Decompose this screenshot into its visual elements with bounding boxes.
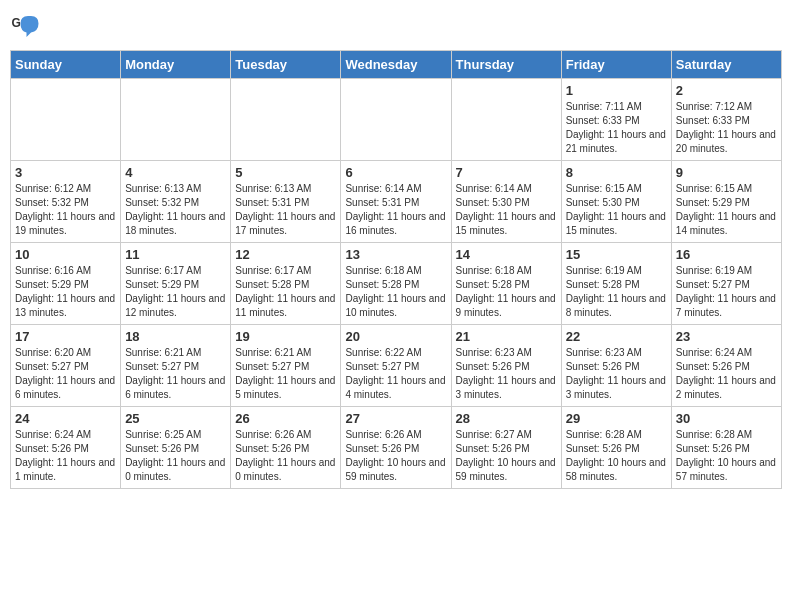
day-info: Sunrise: 6:15 AMSunset: 5:29 PMDaylight:… (676, 182, 777, 238)
day-info: Sunrise: 7:12 AMSunset: 6:33 PMDaylight:… (676, 100, 777, 156)
calendar-cell: 30Sunrise: 6:28 AMSunset: 5:26 PMDayligh… (671, 407, 781, 489)
day-number: 21 (456, 329, 557, 344)
calendar-header: SundayMondayTuesdayWednesdayThursdayFrid… (11, 51, 782, 79)
calendar-cell: 18Sunrise: 6:21 AMSunset: 5:27 PMDayligh… (121, 325, 231, 407)
day-info: Sunrise: 6:21 AMSunset: 5:27 PMDaylight:… (235, 346, 336, 402)
day-info: Sunrise: 6:15 AMSunset: 5:30 PMDaylight:… (566, 182, 667, 238)
day-number: 11 (125, 247, 226, 262)
weekday-header-tuesday: Tuesday (231, 51, 341, 79)
calendar-cell: 3Sunrise: 6:12 AMSunset: 5:32 PMDaylight… (11, 161, 121, 243)
calendar-cell: 6Sunrise: 6:14 AMSunset: 5:31 PMDaylight… (341, 161, 451, 243)
calendar-cell (231, 79, 341, 161)
weekday-header-saturday: Saturday (671, 51, 781, 79)
day-number: 17 (15, 329, 116, 344)
day-info: Sunrise: 6:23 AMSunset: 5:26 PMDaylight:… (456, 346, 557, 402)
calendar-cell: 24Sunrise: 6:24 AMSunset: 5:26 PMDayligh… (11, 407, 121, 489)
day-info: Sunrise: 6:28 AMSunset: 5:26 PMDaylight:… (566, 428, 667, 484)
calendar-cell: 28Sunrise: 6:27 AMSunset: 5:26 PMDayligh… (451, 407, 561, 489)
day-info: Sunrise: 6:17 AMSunset: 5:29 PMDaylight:… (125, 264, 226, 320)
logo: Gen (10, 10, 44, 40)
calendar-cell: 5Sunrise: 6:13 AMSunset: 5:31 PMDaylight… (231, 161, 341, 243)
day-number: 8 (566, 165, 667, 180)
day-info: Sunrise: 6:28 AMSunset: 5:26 PMDaylight:… (676, 428, 777, 484)
day-number: 14 (456, 247, 557, 262)
calendar-cell: 23Sunrise: 6:24 AMSunset: 5:26 PMDayligh… (671, 325, 781, 407)
day-info: Sunrise: 6:20 AMSunset: 5:27 PMDaylight:… (15, 346, 116, 402)
day-number: 22 (566, 329, 667, 344)
calendar-cell: 19Sunrise: 6:21 AMSunset: 5:27 PMDayligh… (231, 325, 341, 407)
calendar-cell: 4Sunrise: 6:13 AMSunset: 5:32 PMDaylight… (121, 161, 231, 243)
day-info: Sunrise: 6:23 AMSunset: 5:26 PMDaylight:… (566, 346, 667, 402)
day-number: 12 (235, 247, 336, 262)
calendar-cell: 13Sunrise: 6:18 AMSunset: 5:28 PMDayligh… (341, 243, 451, 325)
weekday-header-wednesday: Wednesday (341, 51, 451, 79)
calendar-cell (121, 79, 231, 161)
calendar-cell: 26Sunrise: 6:26 AMSunset: 5:26 PMDayligh… (231, 407, 341, 489)
day-number: 16 (676, 247, 777, 262)
day-number: 30 (676, 411, 777, 426)
calendar-cell: 25Sunrise: 6:25 AMSunset: 5:26 PMDayligh… (121, 407, 231, 489)
day-number: 13 (345, 247, 446, 262)
calendar-body: 1Sunrise: 7:11 AMSunset: 6:33 PMDaylight… (11, 79, 782, 489)
day-info: Sunrise: 6:21 AMSunset: 5:27 PMDaylight:… (125, 346, 226, 402)
calendar-cell: 22Sunrise: 6:23 AMSunset: 5:26 PMDayligh… (561, 325, 671, 407)
weekday-header-friday: Friday (561, 51, 671, 79)
weekday-header-sunday: Sunday (11, 51, 121, 79)
day-number: 19 (235, 329, 336, 344)
calendar-cell (11, 79, 121, 161)
day-number: 27 (345, 411, 446, 426)
weekday-header-monday: Monday (121, 51, 231, 79)
day-number: 18 (125, 329, 226, 344)
day-number: 4 (125, 165, 226, 180)
calendar-cell: 15Sunrise: 6:19 AMSunset: 5:28 PMDayligh… (561, 243, 671, 325)
day-number: 15 (566, 247, 667, 262)
calendar-cell: 17Sunrise: 6:20 AMSunset: 5:27 PMDayligh… (11, 325, 121, 407)
day-number: 26 (235, 411, 336, 426)
calendar-cell: 21Sunrise: 6:23 AMSunset: 5:26 PMDayligh… (451, 325, 561, 407)
day-number: 10 (15, 247, 116, 262)
page-header: Gen (10, 10, 782, 40)
day-info: Sunrise: 6:18 AMSunset: 5:28 PMDaylight:… (456, 264, 557, 320)
day-info: Sunrise: 6:24 AMSunset: 5:26 PMDaylight:… (15, 428, 116, 484)
day-info: Sunrise: 6:13 AMSunset: 5:31 PMDaylight:… (235, 182, 336, 238)
calendar-cell (341, 79, 451, 161)
day-info: Sunrise: 6:19 AMSunset: 5:28 PMDaylight:… (566, 264, 667, 320)
calendar-cell: 27Sunrise: 6:26 AMSunset: 5:26 PMDayligh… (341, 407, 451, 489)
day-info: Sunrise: 6:14 AMSunset: 5:31 PMDaylight:… (345, 182, 446, 238)
calendar-cell: 1Sunrise: 7:11 AMSunset: 6:33 PMDaylight… (561, 79, 671, 161)
calendar-cell: 14Sunrise: 6:18 AMSunset: 5:28 PMDayligh… (451, 243, 561, 325)
day-info: Sunrise: 6:26 AMSunset: 5:26 PMDaylight:… (235, 428, 336, 484)
day-info: Sunrise: 6:18 AMSunset: 5:28 PMDaylight:… (345, 264, 446, 320)
day-number: 29 (566, 411, 667, 426)
day-info: Sunrise: 6:24 AMSunset: 5:26 PMDaylight:… (676, 346, 777, 402)
day-info: Sunrise: 6:16 AMSunset: 5:29 PMDaylight:… (15, 264, 116, 320)
calendar-cell: 10Sunrise: 6:16 AMSunset: 5:29 PMDayligh… (11, 243, 121, 325)
day-info: Sunrise: 6:17 AMSunset: 5:28 PMDaylight:… (235, 264, 336, 320)
calendar-week-5: 24Sunrise: 6:24 AMSunset: 5:26 PMDayligh… (11, 407, 782, 489)
day-info: Sunrise: 6:27 AMSunset: 5:26 PMDaylight:… (456, 428, 557, 484)
weekday-row: SundayMondayTuesdayWednesdayThursdayFrid… (11, 51, 782, 79)
calendar-cell: 9Sunrise: 6:15 AMSunset: 5:29 PMDaylight… (671, 161, 781, 243)
calendar-cell: 29Sunrise: 6:28 AMSunset: 5:26 PMDayligh… (561, 407, 671, 489)
calendar-cell: 20Sunrise: 6:22 AMSunset: 5:27 PMDayligh… (341, 325, 451, 407)
day-number: 2 (676, 83, 777, 98)
day-info: Sunrise: 7:11 AMSunset: 6:33 PMDaylight:… (566, 100, 667, 156)
calendar-cell: 12Sunrise: 6:17 AMSunset: 5:28 PMDayligh… (231, 243, 341, 325)
day-number: 5 (235, 165, 336, 180)
day-number: 9 (676, 165, 777, 180)
calendar-cell (451, 79, 561, 161)
calendar-cell: 8Sunrise: 6:15 AMSunset: 5:30 PMDaylight… (561, 161, 671, 243)
calendar-week-4: 17Sunrise: 6:20 AMSunset: 5:27 PMDayligh… (11, 325, 782, 407)
calendar-week-1: 1Sunrise: 7:11 AMSunset: 6:33 PMDaylight… (11, 79, 782, 161)
day-info: Sunrise: 6:22 AMSunset: 5:27 PMDaylight:… (345, 346, 446, 402)
day-info: Sunrise: 6:25 AMSunset: 5:26 PMDaylight:… (125, 428, 226, 484)
day-number: 3 (15, 165, 116, 180)
day-number: 23 (676, 329, 777, 344)
day-number: 28 (456, 411, 557, 426)
calendar-week-3: 10Sunrise: 6:16 AMSunset: 5:29 PMDayligh… (11, 243, 782, 325)
calendar-cell: 11Sunrise: 6:17 AMSunset: 5:29 PMDayligh… (121, 243, 231, 325)
day-info: Sunrise: 6:14 AMSunset: 5:30 PMDaylight:… (456, 182, 557, 238)
day-info: Sunrise: 6:19 AMSunset: 5:27 PMDaylight:… (676, 264, 777, 320)
calendar-cell: 16Sunrise: 6:19 AMSunset: 5:27 PMDayligh… (671, 243, 781, 325)
calendar-week-2: 3Sunrise: 6:12 AMSunset: 5:32 PMDaylight… (11, 161, 782, 243)
